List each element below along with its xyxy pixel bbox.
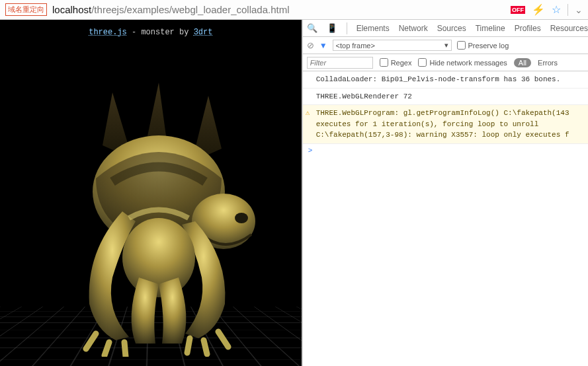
preserve-log-label: Preserve log bbox=[468, 42, 509, 50]
tab-timeline[interactable]: Timeline bbox=[476, 24, 505, 33]
hide-network-label: Hide network messages bbox=[429, 59, 507, 67]
regex-label: Regex bbox=[391, 59, 412, 67]
frame-select[interactable]: <top frame> ▾ bbox=[333, 40, 452, 51]
filter-icon[interactable]: ▼ bbox=[319, 41, 327, 50]
webgl-viewport[interactable]: three.js - monster by 3drt bbox=[0, 20, 302, 366]
hide-network-checkbox[interactable]: Hide network messages bbox=[418, 58, 507, 67]
tab-elements[interactable]: Elements bbox=[357, 24, 390, 33]
redirect-badge: 域名重定向 bbox=[5, 3, 47, 16]
console-toolbar-1: ⊘ ▼ <top frame> ▾ Preserve log bbox=[303, 37, 588, 54]
console-output[interactable]: ColladaLoader: Bip01_Pelvis-node-transfo… bbox=[303, 71, 588, 366]
hide-network-input[interactable] bbox=[418, 58, 427, 67]
preserve-log-input[interactable] bbox=[457, 41, 466, 50]
separator bbox=[567, 4, 568, 16]
url-display[interactable]: localhost/threejs/examples/webgl_loader_… bbox=[52, 4, 511, 15]
console-warning: THREE.WebGLProgram: gl.getProgramInfoLog… bbox=[303, 105, 588, 144]
tab-resources[interactable]: Resources bbox=[550, 24, 588, 33]
device-icon[interactable]: 📱 bbox=[327, 23, 337, 33]
main-area: three.js - monster by 3drt bbox=[0, 20, 588, 366]
bolt-icon[interactable]: ⚡ bbox=[532, 3, 545, 16]
regex-input[interactable] bbox=[380, 58, 388, 67]
regex-checkbox[interactable]: Regex bbox=[380, 58, 412, 67]
tab-network[interactable]: Network bbox=[399, 24, 428, 33]
address-bar: 域名重定向 localhost/threejs/examples/webgl_l… bbox=[0, 0, 588, 20]
svg-point-3 bbox=[122, 218, 195, 297]
viewport-title: three.js - monster by 3drt bbox=[0, 28, 302, 37]
filter-all-pill[interactable]: All bbox=[514, 58, 531, 67]
devtools-tabs: 🔍 📱 Elements Network Sources Timeline Pr… bbox=[303, 20, 588, 37]
search-icon[interactable]: 🔍 bbox=[307, 23, 317, 33]
filter-input[interactable] bbox=[307, 57, 373, 69]
console-log: THREE.WebGLRenderer 72 bbox=[303, 89, 588, 106]
console-toolbar-2: Regex Hide network messages All Errors bbox=[303, 54, 588, 71]
tab-sources[interactable]: Sources bbox=[437, 24, 466, 33]
filter-errors[interactable]: Errors bbox=[538, 59, 558, 67]
separator bbox=[347, 22, 347, 34]
svg-point-2 bbox=[235, 213, 248, 223]
threejs-link[interactable]: three.js bbox=[89, 28, 127, 37]
console-log: ColladaLoader: Bip01_Pelvis-node-transfo… bbox=[303, 71, 588, 89]
off-icon[interactable]: OFF bbox=[511, 6, 525, 14]
devtools-panel: 🔍 📱 Elements Network Sources Timeline Pr… bbox=[302, 20, 588, 366]
url-domain: localhost bbox=[52, 4, 91, 15]
title-middle: - monster by bbox=[127, 28, 194, 37]
url-path: /threejs/examples/webgl_loader_collada.h… bbox=[91, 4, 289, 15]
chevron-down-icon[interactable]: ⌄ bbox=[575, 5, 583, 15]
clear-console-icon[interactable]: ⊘ bbox=[307, 40, 314, 50]
tab-profiles[interactable]: Profiles bbox=[515, 24, 541, 33]
preserve-log-checkbox[interactable]: Preserve log bbox=[457, 41, 509, 50]
3drt-link[interactable]: 3drt bbox=[194, 28, 213, 37]
monster-model bbox=[60, 79, 278, 357]
address-right: OFF ⚡ ☆ ⌄ bbox=[511, 3, 588, 16]
chevron-down-icon: ▾ bbox=[444, 41, 448, 50]
frame-select-label: <top frame> bbox=[336, 42, 375, 50]
console-prompt[interactable]: > bbox=[303, 144, 588, 157]
star-icon[interactable]: ☆ bbox=[552, 3, 561, 16]
